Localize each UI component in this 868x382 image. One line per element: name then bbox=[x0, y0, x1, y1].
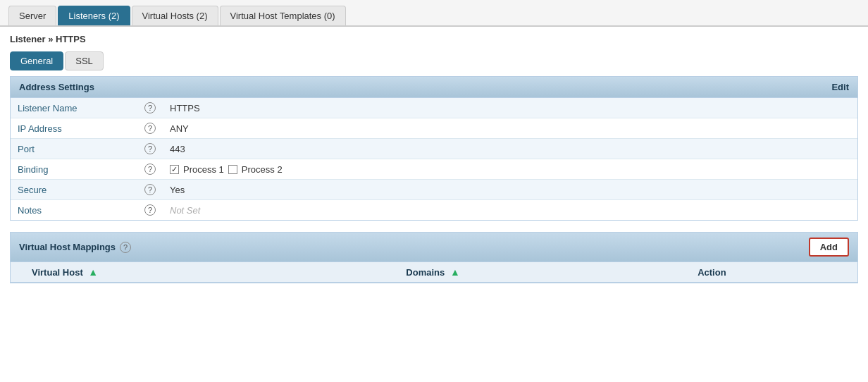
field-value-binding: Process 1 Process 2 bbox=[163, 159, 857, 180]
tab-listeners[interactable]: Listeners (2) bbox=[58, 6, 130, 25]
field-label-ip-address: IP Address bbox=[11, 118, 137, 139]
help-icon-secure[interactable]: ? bbox=[144, 184, 156, 195]
sort-icon-domains[interactable]: ▲ bbox=[450, 266, 460, 278]
field-value-listener-name: HTTPS bbox=[163, 98, 857, 118]
col-header-domains: Domains ▲ bbox=[399, 262, 690, 283]
edit-button[interactable]: Edit bbox=[831, 82, 849, 92]
virtual-host-table: Virtual Host ▲ Domains ▲ Action bbox=[11, 262, 857, 283]
address-settings-section: Address Settings Edit Listener Name ? HT… bbox=[10, 76, 858, 221]
help-cell-secure: ? bbox=[137, 180, 163, 200]
help-icon-port[interactable]: ? bbox=[144, 143, 156, 154]
address-settings-table: Listener Name ? HTTPS IP Address ? ANY bbox=[11, 98, 857, 220]
process2-label: Process 2 bbox=[242, 164, 283, 175]
help-icon-vhm[interactable]: ? bbox=[120, 242, 131, 253]
vhm-title: Virtual Host Mappings bbox=[19, 242, 116, 252]
tabs-bar: Server Listeners (2) Virtual Hosts (2) V… bbox=[0, 0, 868, 27]
process1-checkbox[interactable] bbox=[170, 165, 179, 174]
breadcrumb: Listener » HTTPS bbox=[0, 27, 868, 49]
address-settings-title: Address Settings bbox=[19, 82, 94, 92]
help-cell-notes: ? bbox=[137, 200, 163, 221]
field-label-binding: Binding bbox=[11, 159, 137, 180]
table-row: Secure ? Yes bbox=[11, 180, 857, 200]
table-row: Binding ? Process 1 Process 2 bbox=[11, 159, 857, 180]
subtab-general[interactable]: General bbox=[10, 51, 63, 70]
field-value-notes: Not Set bbox=[163, 200, 857, 221]
help-icon-notes[interactable]: ? bbox=[144, 204, 156, 216]
help-icon-binding[interactable]: ? bbox=[144, 164, 156, 175]
field-label-notes: Notes bbox=[11, 200, 137, 221]
process1-label: Process 1 bbox=[183, 164, 224, 175]
help-cell-binding: ? bbox=[137, 159, 163, 180]
subtabs-bar: General SSL bbox=[0, 49, 868, 76]
main-content: Address Settings Edit Listener Name ? HT… bbox=[0, 76, 868, 304]
table-row: Listener Name ? HTTPS bbox=[11, 98, 857, 118]
help-cell-listener-name: ? bbox=[137, 98, 163, 118]
field-label-port: Port bbox=[11, 139, 137, 159]
vhm-title-area: Virtual Host Mappings ? bbox=[19, 242, 131, 253]
table-header-row: Virtual Host ▲ Domains ▲ Action bbox=[11, 262, 857, 283]
tab-virtual-hosts[interactable]: Virtual Hosts (2) bbox=[132, 6, 218, 25]
table-row: IP Address ? ANY bbox=[11, 118, 857, 139]
field-label-secure: Secure bbox=[11, 180, 137, 200]
help-icon-ip-address[interactable]: ? bbox=[144, 123, 156, 134]
add-button[interactable]: Add bbox=[809, 238, 849, 257]
table-row: Notes ? Not Set bbox=[11, 200, 857, 221]
binding-checkboxes: Process 1 Process 2 bbox=[170, 164, 850, 175]
field-value-ip-address: ANY bbox=[163, 118, 857, 139]
col-header-checkbox bbox=[11, 262, 25, 283]
help-cell-ip-address: ? bbox=[137, 118, 163, 139]
col-header-action: Action bbox=[690, 262, 857, 283]
help-icon-listener-name[interactable]: ? bbox=[144, 102, 156, 113]
field-label-listener-name: Listener Name bbox=[11, 98, 137, 118]
field-value-secure: Yes bbox=[163, 180, 857, 200]
table-row: Port ? 443 bbox=[11, 139, 857, 159]
tab-server[interactable]: Server bbox=[8, 6, 56, 25]
address-settings-header: Address Settings Edit bbox=[11, 77, 857, 98]
vhm-header: Virtual Host Mappings ? Add bbox=[11, 233, 857, 262]
subtab-ssl[interactable]: SSL bbox=[65, 51, 104, 70]
process2-checkbox[interactable] bbox=[228, 165, 237, 174]
tab-virtual-host-templates[interactable]: Virtual Host Templates (0) bbox=[220, 6, 346, 25]
help-cell-port: ? bbox=[137, 139, 163, 159]
virtual-host-mappings-section: Virtual Host Mappings ? Add Virtual Host… bbox=[10, 232, 858, 283]
col-header-virtual-host: Virtual Host ▲ bbox=[25, 262, 399, 283]
sort-icon-virtual-host[interactable]: ▲ bbox=[88, 266, 98, 278]
field-value-port: 443 bbox=[163, 139, 857, 159]
